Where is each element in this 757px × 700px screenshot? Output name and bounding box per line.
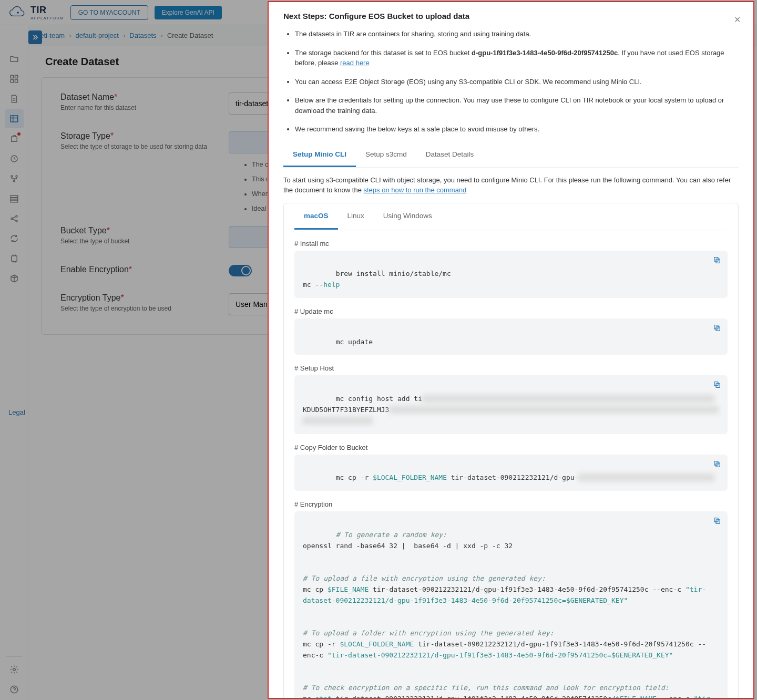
copy-label: # Copy Folder to Bucket [294,444,728,451]
install-label: # Install mc [294,240,728,248]
os-tabs: macOS Linux Using Windows [294,203,728,230]
tab-s3cmd[interactable]: Setup s3cmd [356,143,416,167]
list-item: The datasets in TIR are containers for s… [295,29,739,39]
read-here-link[interactable]: read here [340,59,370,67]
install-code: brew install minio/stable/mc mc --help [294,251,728,298]
copy-icon[interactable] [713,380,721,393]
encryption-label: # Encryption [294,500,728,508]
tab-windows[interactable]: Using Windows [374,203,442,230]
modal-title: Next Steps: Configure EOS Bucket to uplo… [283,12,739,20]
copy-icon[interactable] [713,256,721,268]
setup-tabs: Setup Minio CLI Setup s3cmd Dataset Deta… [283,143,739,168]
tab-macos[interactable]: macOS [294,203,338,230]
list-item: The storage backend for this dataset is … [295,48,739,68]
list-item: You can access E2E Object Storage (EOS) … [295,77,739,87]
update-code: mc update [294,318,728,355]
close-icon[interactable]: ✕ [734,15,741,25]
host-code: mc config host add tixxxxxxxxxxxxxxxxxxx… [294,375,728,434]
copy-icon[interactable] [713,460,721,472]
copy-code: mc cp -r $LOCAL_FOLDER_NAME tir-dataset-… [294,455,728,491]
copy-icon[interactable] [713,324,721,336]
list-item: Below are the credentials for setting up… [295,95,739,116]
update-label: # Update mc [294,307,728,315]
configure-eos-modal: ✕ Next Steps: Configure EOS Bucket to up… [268,1,754,699]
modal-info-list: The datasets in TIR are containers for s… [283,29,739,135]
list-item: We recommend saving the below keys at a … [295,124,739,135]
copy-icon[interactable] [713,517,721,529]
host-label: # Setup Host [294,364,728,372]
tab-details[interactable]: Dataset Details [416,143,484,167]
tab-linux[interactable]: Linux [338,203,374,230]
cli-instructions-card: macOS Linux Using Windows # Install mc b… [283,203,739,699]
tab-minio[interactable]: Setup Minio CLI [283,143,356,167]
tab-description: To start using s3-compatible CLI with ob… [283,175,739,195]
encryption-code: # To generate a random key: openssl rand… [294,511,728,699]
steps-link[interactable]: steps on how to run the command [363,186,466,194]
